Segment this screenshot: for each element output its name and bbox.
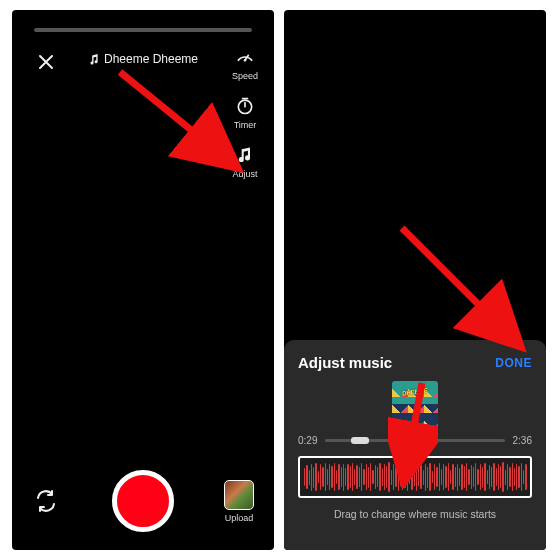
- camera-screen: Dheeme Dheeme Speed Timer Adjust: [12, 10, 274, 550]
- sheet-title: Adjust music: [298, 354, 392, 371]
- time-total: 2:36: [513, 435, 532, 446]
- waveform-bars: [304, 462, 526, 492]
- bottom-bar: Upload: [12, 466, 274, 536]
- swap-camera-button[interactable]: [32, 487, 60, 515]
- time-current: 0:29: [298, 435, 317, 446]
- adjust-button[interactable]: Adjust: [232, 144, 257, 179]
- speed-button[interactable]: Speed: [232, 46, 258, 81]
- upload-button[interactable]: Upload: [224, 480, 254, 523]
- timer-button[interactable]: Timer: [234, 95, 257, 130]
- speed-label: Speed: [232, 71, 258, 81]
- speedometer-icon: [234, 46, 256, 68]
- waveform-scrubber[interactable]: [298, 456, 532, 498]
- timer-label: Timer: [234, 120, 257, 130]
- swap-camera-icon: [34, 489, 58, 513]
- timeline-row: 0:29 2:36: [298, 435, 532, 446]
- timer-icon: [234, 95, 256, 117]
- timeline-track[interactable]: [325, 439, 504, 442]
- gallery-thumbnail: [224, 480, 254, 510]
- album-art: [392, 381, 438, 427]
- upload-label: Upload: [225, 513, 254, 523]
- music-note-icon: [88, 54, 99, 65]
- scrub-hint: Drag to change where music starts: [298, 508, 532, 520]
- song-title-text: Dheeme Dheeme: [104, 52, 198, 66]
- adjust-label: Adjust: [232, 169, 257, 179]
- record-button[interactable]: [112, 470, 174, 532]
- done-button[interactable]: DONE: [495, 356, 532, 370]
- recording-progress: [34, 28, 252, 32]
- adjust-music-screen: Adjust music DONE 0:29 2:36 Drag to chan…: [284, 10, 546, 550]
- timeline-selection: [351, 437, 369, 444]
- side-controls: Speed Timer Adjust: [222, 46, 268, 179]
- music-adjust-icon: [234, 144, 256, 166]
- adjust-music-sheet: Adjust music DONE 0:29 2:36 Drag to chan…: [284, 340, 546, 550]
- sheet-header: Adjust music DONE: [298, 354, 532, 371]
